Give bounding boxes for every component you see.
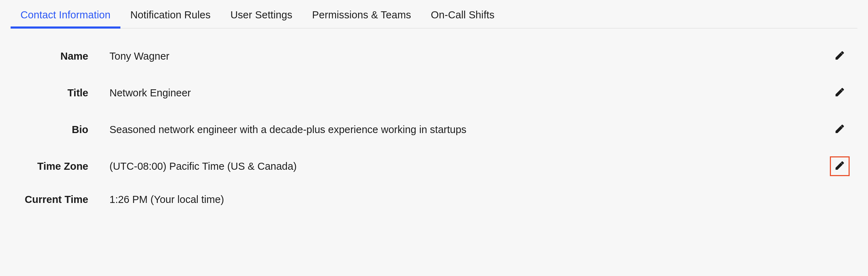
label-title: Title bbox=[18, 87, 109, 99]
row-name: Name Tony Wagner bbox=[18, 46, 850, 66]
tab-on-call-shifts[interactable]: On-Call Shifts bbox=[431, 6, 494, 28]
value-timezone: (UTC-08:00) Pacific Time (US & Canada) bbox=[109, 161, 829, 172]
tab-user-settings[interactable]: User Settings bbox=[230, 6, 292, 28]
label-current-time: Current Time bbox=[18, 194, 109, 205]
pencil-icon bbox=[834, 160, 845, 172]
pencil-icon bbox=[834, 87, 845, 99]
pencil-icon bbox=[834, 50, 845, 62]
row-bio: Bio Seasoned network engineer with a dec… bbox=[18, 120, 850, 139]
row-title: Title Network Engineer bbox=[18, 83, 850, 103]
tab-notification-rules[interactable]: Notification Rules bbox=[130, 6, 210, 28]
tab-permissions-teams[interactable]: Permissions & Teams bbox=[312, 6, 411, 28]
edit-timezone-button[interactable] bbox=[830, 156, 850, 176]
edit-title-button[interactable] bbox=[830, 83, 850, 103]
row-current-time: Current Time 1:26 PM (Your local time) bbox=[18, 193, 850, 206]
edit-name-button[interactable] bbox=[830, 46, 850, 66]
value-bio: Seasoned network engineer with a decade-… bbox=[109, 124, 829, 136]
contact-info-panel: Name Tony Wagner Title Network Engineer … bbox=[11, 29, 857, 206]
label-timezone: Time Zone bbox=[18, 161, 109, 172]
label-bio: Bio bbox=[18, 124, 109, 136]
value-current-time: 1:26 PM (Your local time) bbox=[109, 194, 829, 205]
value-name: Tony Wagner bbox=[109, 50, 829, 62]
edit-bio-button[interactable] bbox=[830, 120, 850, 139]
tab-contact-information[interactable]: Contact Information bbox=[20, 6, 111, 28]
tabs-container: Contact Information Notification Rules U… bbox=[11, 6, 857, 29]
pencil-icon bbox=[834, 124, 845, 136]
value-title: Network Engineer bbox=[109, 87, 829, 99]
label-name: Name bbox=[18, 50, 109, 62]
row-timezone: Time Zone (UTC-08:00) Pacific Time (US &… bbox=[18, 156, 850, 176]
